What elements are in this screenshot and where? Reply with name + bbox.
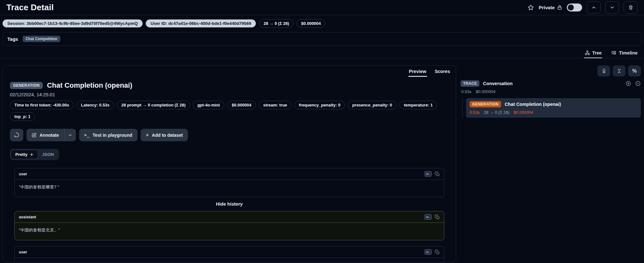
trash-icon (628, 5, 633, 10)
trace-cost: $0.000004 (476, 89, 495, 94)
playground-label: Test in playground (93, 133, 132, 138)
markdown-toggle-icon[interactable]: M↓ (425, 214, 432, 220)
percent-icon: % (632, 68, 637, 74)
lock-icon (557, 5, 562, 10)
view-tab-bar: Tree Timeline (0, 46, 644, 58)
expand-node-button[interactable] (625, 81, 631, 86)
observation-body: GENERATION Chat Completion (openai) 02/1… (3, 77, 456, 262)
public-sharing-toggle[interactable] (567, 4, 582, 11)
tab-timeline[interactable]: Timeline (611, 49, 638, 58)
chat-bubble-icon (14, 132, 19, 138)
circle-plus-icon (625, 81, 631, 86)
generation-type-badge: GENERATION (470, 101, 501, 107)
chevron-down-icon (610, 5, 615, 10)
comments-button[interactable] (10, 129, 23, 141)
message-tools: M↓ (425, 214, 440, 220)
tree-children: GENERATION Chat Completion (openai) 0.53… (462, 98, 641, 118)
show-scores-button[interactable] (597, 65, 610, 77)
header-controls: Private (527, 1, 638, 14)
collapse-all-button[interactable] (613, 65, 625, 77)
message-header: user M↓ (15, 246, 444, 258)
terminal-icon: >_ (84, 133, 90, 137)
chevron-up-icon (591, 5, 596, 10)
trace-type-badge: TRACE (461, 80, 479, 87)
format-pretty-button[interactable]: Pretty ✦ (11, 150, 38, 159)
generation-latency: 0.53s (470, 110, 480, 115)
circle-minus-icon (635, 81, 641, 86)
tree-icon (585, 50, 590, 55)
message-content: "谢谢" (15, 258, 444, 262)
trace-id-row: Session: 3bb00ec7-1b13-4c9b-85ee-3d9d70f… (0, 15, 644, 29)
markdown-toggle-icon[interactable]: M↓ (425, 171, 432, 177)
token-usage-badge: 28 → 0 (Σ 28) (259, 19, 293, 28)
tab-preview[interactable]: Preview (408, 68, 427, 77)
trace-metrics: 0.53s $0.000004 (461, 89, 641, 94)
visibility-label: Private (539, 5, 562, 10)
next-trace-button[interactable] (605, 1, 619, 14)
spacer (14, 240, 444, 246)
delete-trace-button[interactable] (624, 1, 638, 14)
metric-pill: 28 prompt → 0 completion (Σ 28) (117, 101, 190, 109)
metric-pill: frequency_penalty: 0 (294, 101, 345, 109)
message-tools: M↓ (425, 249, 440, 255)
cost-badge: $0.000004 (297, 19, 325, 28)
message-block-assistant: assistant M↓ "中国的首都是北京。" (14, 211, 444, 240)
observation-detail-card: Preview Scores GENERATION Chat Completio… (3, 65, 456, 262)
annotate-split-button: Annotate (26, 129, 76, 141)
message-block-user-2: user M↓ "谢谢" (14, 246, 444, 262)
observation-header: GENERATION Chat Completion (openai) (10, 81, 449, 90)
message-block-user-1: user M↓ "中国的首都是哪里? " (14, 168, 444, 197)
page-header: Trace Detail Private (0, 0, 644, 15)
tab-scores[interactable]: Scores (434, 68, 451, 77)
message-role: user (19, 172, 27, 176)
tree-toolbar: % (461, 65, 641, 77)
copy-icon[interactable] (435, 172, 440, 177)
markdown-toggle-icon[interactable]: M↓ (425, 249, 432, 255)
generation-node-metrics: 0.53s 28 → 0 (Σ 28) $0.000004 (470, 110, 637, 115)
copy-icon[interactable] (435, 250, 440, 255)
timeline-icon (611, 50, 617, 55)
dataset-label: Add to dataset (152, 133, 183, 138)
tree-node-generation[interactable]: GENERATION Chat Completion (openai) 0.53… (466, 98, 641, 118)
message-content: "中国的首都是哪里? " (15, 180, 444, 197)
tag-chat-competition[interactable]: Chat Competition (23, 36, 60, 42)
format-json-button[interactable]: JSON (38, 150, 58, 159)
chevron-down-icon (68, 133, 72, 137)
metric-pill: $0.000004 (227, 101, 255, 109)
tab-tree-label: Tree (592, 50, 602, 55)
annotate-dropdown-button[interactable] (64, 129, 76, 141)
sparkles-icon: ✦ (30, 152, 33, 157)
test-in-playground-button[interactable]: >_ Test in playground (79, 129, 137, 141)
message-header: assistant M↓ (15, 211, 444, 223)
award-icon (601, 68, 607, 74)
generation-node-title: Chat Completion (openai) (505, 102, 561, 107)
annotate-pencil-icon (32, 133, 37, 138)
tab-tree[interactable]: Tree (584, 49, 603, 58)
message-role: assistant (19, 215, 36, 219)
metric-pill: Time to first token: -430.00s (10, 101, 74, 109)
annotate-button[interactable]: Annotate (26, 129, 64, 141)
preview-tab-bar: Preview Scores (3, 66, 456, 77)
trace-node-actions (625, 81, 641, 86)
show-percent-button[interactable]: % (628, 65, 641, 77)
previous-trace-button[interactable] (587, 1, 601, 14)
observation-title: Chat Completion (openai) (47, 81, 132, 90)
collapse-node-button[interactable] (635, 81, 641, 86)
message-role: user (19, 250, 27, 254)
bookmark-star-button[interactable] (527, 4, 534, 11)
generation-tokens: 28 → 0 (Σ 28) (484, 110, 509, 115)
fold-vertical-icon (617, 68, 622, 74)
add-to-dataset-button[interactable]: + Add to dataset (141, 129, 188, 141)
session-badge[interactable]: Session: 3bb00ec7-1b13-4c9b-85ee-3d9d70f… (3, 19, 143, 27)
hide-history-button[interactable]: Hide history (14, 201, 444, 207)
tree-node-trace[interactable]: TRACE Conversation (461, 80, 641, 87)
observation-timestamp: 02/12/2024, 14:25:01 (10, 92, 449, 97)
actions-row: Annotate >_ Test in playground + Add to (10, 129, 449, 141)
copy-icon[interactable] (435, 215, 440, 220)
tags-box: Tags Chat Competition (3, 32, 641, 46)
pretty-label: Pretty (15, 152, 27, 157)
annotate-label: Annotate (40, 133, 59, 138)
user-id-badge[interactable]: User ID: dc47a41e-06bc-400d-bde1-f0e440d… (146, 19, 256, 27)
toggle-knob (568, 4, 574, 11)
star-icon (527, 4, 534, 11)
